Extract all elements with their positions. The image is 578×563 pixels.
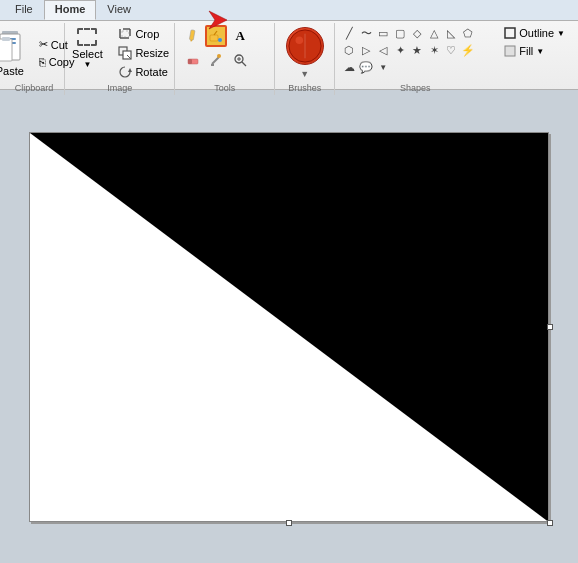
tab-view[interactable]: View: [96, 0, 142, 20]
image-col-buttons: Crop Resize: [113, 25, 174, 81]
canvas-wrapper: [29, 132, 549, 522]
outline-icon: [504, 27, 516, 39]
fill-label: Fill: [519, 45, 533, 57]
clipboard-label: Clipboard: [15, 83, 54, 93]
resize-button[interactable]: Resize: [113, 44, 174, 62]
shape-arrow-r[interactable]: ▷: [358, 42, 374, 58]
rotate-icon: [118, 65, 132, 79]
eraser-button[interactable]: [181, 49, 203, 71]
brushes-content: ▼: [286, 25, 324, 81]
canvas-area: [0, 90, 578, 563]
text-button[interactable]: A: [229, 25, 251, 47]
zoom-icon: [233, 53, 247, 67]
copy-icon: ⎘: [39, 56, 46, 68]
fill-color-icon: [504, 45, 516, 57]
shapes-group: ╱ 〜 ▭ ▢ ◇ △ ◺ ⬠ ⬡ ▷ ◁ ✦ ★ ✶ ♡ ⚡ ☁ 💬 ▼: [335, 23, 495, 95]
outline-fill-group: Outline ▼ Fill ▼: [495, 23, 574, 95]
svg-rect-34: [505, 28, 515, 38]
clipboard-group: Paste ✂ Cut ⎘ Copy Clipboard: [4, 23, 65, 95]
select-button[interactable]: Select ▼: [65, 25, 109, 72]
tools-content: A: [181, 25, 268, 81]
shape-callout[interactable]: 💬: [358, 59, 374, 75]
resize-label: Resize: [135, 47, 169, 59]
resize-handle-bottom-right[interactable]: [547, 520, 553, 526]
outline-label: Outline: [519, 27, 554, 39]
shape-arrow-l[interactable]: ◁: [375, 42, 391, 58]
pencil-button[interactable]: [181, 25, 203, 47]
fill-button[interactable]: [205, 25, 227, 47]
red-arrow-indicator: [207, 9, 229, 34]
shape-triangle[interactable]: △: [426, 25, 442, 41]
crop-button[interactable]: Crop: [113, 25, 174, 43]
shape-curve[interactable]: 〜: [358, 25, 374, 41]
shape-diamond[interactable]: ◇: [409, 25, 425, 41]
shape-dropdown[interactable]: ▼: [375, 59, 391, 75]
resize-handle-bottom-center[interactable]: [286, 520, 292, 526]
ribbon-body: Paste ✂ Cut ⎘ Copy Clipboard: [0, 21, 578, 97]
brushes-button[interactable]: [286, 27, 324, 65]
resize-handle-right-center[interactable]: [547, 324, 553, 330]
svg-point-32: [295, 37, 303, 45]
shape-hex[interactable]: ⬡: [341, 42, 357, 58]
shape-roundrect[interactable]: ▢: [392, 25, 408, 41]
svg-rect-16: [190, 30, 196, 41]
shape-cloud[interactable]: ☁: [341, 59, 357, 75]
brushes-icon: [287, 27, 323, 65]
image-content: Select ▼ Crop: [65, 25, 174, 81]
shapes-content: ╱ 〜 ▭ ▢ ◇ △ ◺ ⬠ ⬡ ▷ ◁ ✦ ★ ✶ ♡ ⚡ ☁ 💬 ▼: [341, 25, 489, 81]
brushes-label: Brushes: [288, 83, 321, 93]
ribbon: File Home View: [0, 0, 578, 90]
svg-point-25: [217, 54, 221, 58]
select-wrap: Select ▼: [65, 25, 109, 72]
shape-rtriangle[interactable]: ◺: [443, 25, 459, 41]
paste-button[interactable]: Paste: [0, 26, 31, 80]
svg-marker-21: [209, 11, 227, 29]
tools-group: A: [175, 23, 275, 95]
shape-5star[interactable]: ★: [409, 42, 425, 58]
shape-4star[interactable]: ✦: [392, 42, 408, 58]
shape-pentagon[interactable]: ⬠: [460, 25, 476, 41]
shape-line[interactable]: ╱: [341, 25, 357, 41]
svg-marker-15: [128, 68, 132, 72]
brushes-group: ▼ Brushes: [275, 23, 335, 95]
crop-icon: [118, 27, 132, 41]
tab-file[interactable]: File: [4, 0, 44, 20]
svg-rect-6: [2, 37, 10, 41]
scissors-icon: ✂: [39, 38, 48, 51]
shape-heart[interactable]: ♡: [443, 42, 459, 58]
svg-rect-35: [505, 46, 515, 56]
fill-color-button[interactable]: Fill ▼: [499, 43, 570, 59]
select-icon: [77, 28, 97, 46]
outline-dropdown: ▼: [557, 29, 565, 38]
image-group: Select ▼ Crop: [65, 23, 175, 95]
select-dropdown-icon: ▼: [83, 60, 91, 69]
paste-icon: [0, 29, 26, 65]
svg-marker-17: [190, 40, 192, 42]
resize-icon: [118, 46, 132, 60]
brushes-dropdown[interactable]: ▼: [300, 69, 309, 79]
svg-rect-18: [210, 35, 218, 41]
tab-home[interactable]: Home: [44, 0, 97, 20]
paste-label: Paste: [0, 65, 24, 77]
shape-6star[interactable]: ✶: [426, 42, 442, 58]
crop-label: Crop: [135, 28, 159, 40]
ribbon-tabs: File Home View: [0, 0, 578, 21]
rotate-button[interactable]: Rotate: [113, 63, 174, 81]
fill-dropdown: ▼: [536, 47, 544, 56]
tools-label: Tools: [214, 83, 235, 93]
rotate-label: Rotate: [135, 66, 167, 78]
select-label: Select: [72, 48, 103, 60]
shape-rect[interactable]: ▭: [375, 25, 391, 41]
outline-button[interactable]: Outline ▼: [499, 25, 570, 41]
image-label: Image: [107, 83, 132, 93]
colorpicker-button[interactable]: [205, 49, 227, 71]
svg-rect-23: [188, 59, 192, 64]
main-canvas[interactable]: [30, 133, 549, 522]
svg-rect-5: [0, 39, 12, 61]
shape-lightning[interactable]: ⚡: [460, 42, 476, 58]
pencil-icon: [185, 29, 199, 43]
shapes-label: Shapes: [400, 83, 431, 93]
zoom-button[interactable]: [229, 49, 251, 71]
svg-rect-11: [122, 31, 129, 37]
canvas[interactable]: [29, 132, 549, 522]
